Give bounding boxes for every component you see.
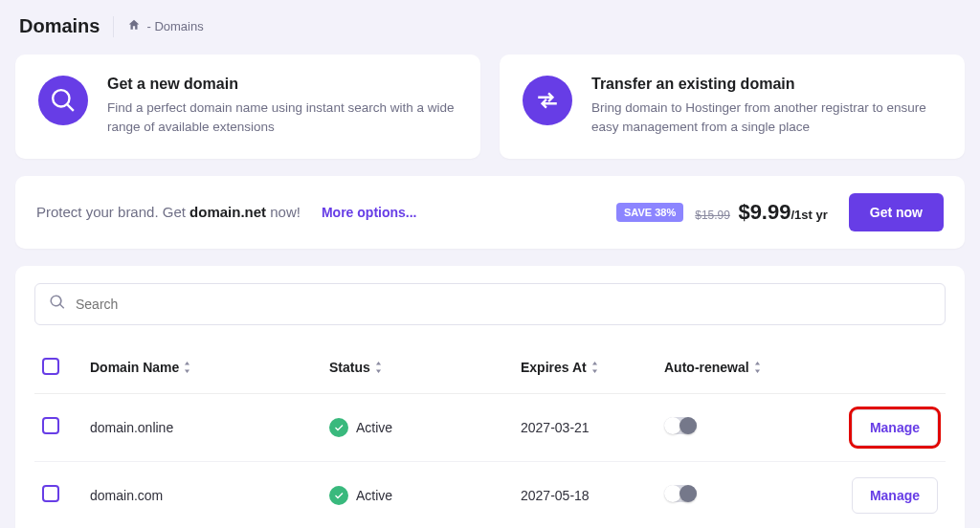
sort-icon [590,362,599,375]
sort-icon [753,362,762,375]
col-header-auto-renewal[interactable]: Auto-renewal [657,342,829,394]
table-row: domain.com Active 2027-05-18 Manage [34,461,946,528]
card-subtitle: Bring domain to Hostinger from another r… [591,99,942,138]
breadcrumb-text: - Domains [146,19,203,33]
price: $9.99 [738,200,791,224]
domain-name-cell: domain.com [82,461,322,528]
select-all-checkbox[interactable] [42,358,59,375]
promo-text: Protect your brand. Get domain.net now! [36,204,301,220]
col-header-status[interactable]: Status [322,342,513,394]
page-title: Domains [19,15,100,37]
sort-icon [183,362,191,375]
check-icon [329,486,348,505]
card-title: Transfer an existing domain [591,76,942,93]
promo-banner: Protect your brand. Get domain.net now! … [15,176,965,249]
get-now-button[interactable]: Get now [849,193,944,231]
check-icon [329,418,348,437]
auto-renewal-toggle[interactable] [664,417,697,434]
status-label: Active [356,420,392,435]
row-checkbox[interactable] [42,485,59,502]
table-row: domain.online Active 2027-03-21 Manage [34,393,946,461]
card-subtitle: Find a perfect domain name using instant… [107,99,457,138]
price-block: $15.99 $9.99/1st yr [695,200,828,225]
manage-highlight: Manage [852,409,938,446]
price-unit: /1st yr [791,208,827,222]
breadcrumb[interactable]: - Domains [127,18,203,34]
col-header-name[interactable]: Domain Name [82,342,322,394]
transfer-icon [523,76,572,125]
status-label: Active [356,488,392,503]
domains-table: Domain Name Status Expires At Auto-renew… [34,342,946,529]
manage-button[interactable]: Manage [852,409,938,446]
domains-table-card: Domain Name Status Expires At Auto-renew… [15,266,965,529]
card-title: Get a new domain [107,76,457,93]
search-icon [49,294,66,315]
domain-name-cell: domain.online [82,393,322,461]
old-price: $15.99 [695,209,730,222]
sort-icon [374,362,383,375]
search-input[interactable] [76,297,931,312]
expires-cell: 2027-05-18 [513,461,657,528]
auto-renewal-toggle[interactable] [664,485,697,502]
more-options-link[interactable]: More options... [322,205,417,220]
save-badge: SAVE 38% [616,203,683,222]
home-icon[interactable] [127,18,141,34]
manage-button[interactable]: Manage [852,477,938,514]
header-divider [113,16,114,37]
search-icon [38,76,88,125]
expires-cell: 2027-03-21 [513,393,657,461]
card-get-new-domain[interactable]: Get a new domain Find a perfect domain n… [15,55,480,159]
card-transfer-domain[interactable]: Transfer an existing domain Bring domain… [500,55,965,159]
col-header-expires[interactable]: Expires At [513,342,657,394]
search-input-wrap[interactable] [34,283,946,325]
row-checkbox[interactable] [42,417,59,434]
